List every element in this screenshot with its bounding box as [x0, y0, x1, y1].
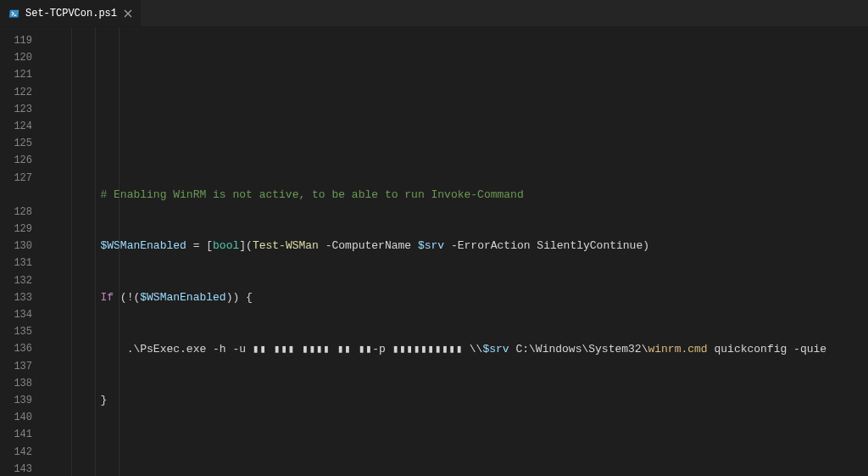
line-number-gutter: 1191201211221231241251261271281291301311… [0, 27, 47, 476]
indent-guide [95, 27, 96, 476]
tab-bar: Set-TCPVCon.ps1 [0, 0, 868, 27]
tab-filename: Set-TCPVCon.ps1 [25, 8, 117, 20]
indent-guide [119, 27, 120, 476]
code-line: If (!($WSManEnabled)) { [47, 289, 868, 306]
powershell-icon [8, 8, 20, 20]
code-line: # Enabling WinRM is not active, to be ab… [47, 187, 868, 204]
code-line: $WSManEnabled = [bool](Test-WSMan -Compu… [47, 238, 868, 255]
code-line [47, 135, 868, 152]
tab-set-tcpvcon[interactable]: Set-TCPVCon.ps1 [0, 0, 142, 26]
editor[interactable]: 1191201211221231241251261271281291301311… [0, 27, 868, 476]
code-line: .\PsExec.exe -h -u ▮▮ ▮▮▮ ▮▮▮▮ ▮▮ ▮▮-p ▮… [47, 341, 868, 358]
close-icon[interactable] [122, 8, 134, 20]
code-area[interactable]: # Enabling WinRM is not active, to be ab… [47, 27, 868, 476]
indent-guide [71, 27, 72, 476]
code-line: } [47, 392, 868, 409]
code-line [47, 444, 868, 461]
